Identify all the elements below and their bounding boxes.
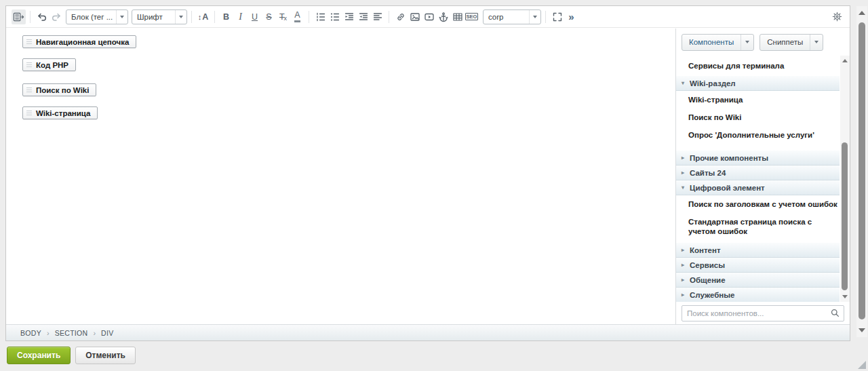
tag-path-bar: BODY › SECTION › DIV [6,324,850,340]
underline-button[interactable]: U [248,9,262,24]
redo-button[interactable] [49,9,63,24]
indent-button[interactable] [342,9,356,24]
component-category-services[interactable]: ▸ Сервисы [676,258,840,273]
seo-icon: SEO [465,13,479,21]
redo-icon [51,12,62,22]
editor-settings-button[interactable] [830,9,844,24]
text-color-button[interactable]: A [290,9,304,24]
font-select-value: Шрифт [132,13,175,21]
caret-down-icon: ▾ [680,80,686,86]
component-block-label: Навигационная цепочка [36,38,129,46]
insert-anchor-button[interactable] [436,9,450,24]
block-tag-select[interactable]: Блок (тег ... [66,9,128,24]
component-list-item[interactable]: Wiki-страница [676,91,840,109]
caret-right-icon: ▸ [680,247,686,253]
window-scrollbar [856,6,867,337]
fullscreen-button[interactable] [550,9,564,24]
chevron-down-icon[interactable] [810,35,823,50]
seo-tools-button[interactable]: SEO [465,9,479,24]
italic-icon: I [239,12,242,22]
chevron-down-icon [116,10,127,24]
chevron-down-icon [529,10,540,24]
tab-components[interactable]: Компоненты [682,34,754,51]
component-list-item[interactable]: Сервисы для терминала [676,56,840,76]
component-category-communication[interactable]: ▸ Общение [676,273,840,288]
font-select[interactable]: Шрифт [132,9,187,24]
component-category-sites24[interactable]: ▸ Сайты 24 [676,165,840,180]
insert-table-button[interactable] [450,9,465,24]
component-search-input[interactable] [682,305,844,321]
image-icon [410,12,420,22]
strikethrough-icon: S [266,12,271,22]
more-tools-button[interactable]: » [564,9,578,24]
align-left-icon [372,12,383,22]
video-icon [424,12,435,22]
site-template-select-value: corp [484,13,529,21]
tagpath-body[interactable]: BODY [17,329,45,337]
cancel-button[interactable]: Отменить [75,347,136,364]
strikethrough-button[interactable]: S [262,9,276,24]
component-category-wiki[interactable]: ▾ Wiki-раздел [676,76,840,91]
scroll-down-arrow[interactable] [859,328,865,332]
components-panel-toggle-button[interactable] [12,9,26,24]
drag-handle-icon [26,62,32,68]
component-category-utility[interactable]: ▸ Служебные [676,288,840,302]
tagpath-separator-icon: › [93,329,96,337]
component-category-content[interactable]: ▸ Контент [676,243,840,258]
component-block-php-code[interactable]: Код PHP [22,58,76,71]
component-block-label: Код PHP [36,61,68,69]
outdent-icon [358,12,369,22]
caret-right-icon: ▸ [680,292,686,298]
component-search-row [676,302,850,324]
component-list-item[interactable]: Поиск по Wiki [676,109,840,126]
gear-icon [832,12,842,22]
toolbar-separator [389,11,389,23]
scroll-up-arrow[interactable] [859,11,865,15]
block-tag-select-value: Блок (тег ... [66,13,116,21]
bold-button[interactable]: B [219,9,233,24]
component-block-wiki-page[interactable]: Wiki-страница [22,106,98,119]
bullet-list-icon [330,12,340,22]
component-category-digital[interactable]: ▾ Цифровой элемент [676,180,840,195]
ordered-list-icon [315,12,326,22]
html-editor-frame: Блок (тег ... Шрифт ↕A B I U S Tx A [5,5,850,341]
site-template-select[interactable]: corp [483,9,541,24]
outdent-button[interactable] [356,9,370,24]
italic-button[interactable]: I [233,9,248,24]
editor-canvas[interactable]: Навигационная цепочка Код PHP Поиск по W… [6,28,675,324]
scroll-up-arrow[interactable] [842,59,848,62]
bullet-list-button[interactable] [328,9,342,24]
scrollbar-thumb[interactable] [842,142,848,290]
component-block-wiki-search[interactable]: Поиск по Wiki [22,83,96,96]
toolbar-separator [214,11,215,23]
scroll-down-arrow[interactable] [842,295,848,298]
insert-video-button[interactable] [422,9,436,24]
align-button[interactable] [370,9,384,24]
component-block-breadcrumb[interactable]: Навигационная цепочка [22,35,136,48]
bold-icon: B [223,12,229,22]
caret-right-icon: ▸ [680,262,686,268]
resize-grip[interactable] [858,361,866,369]
component-list-scrollbar [840,56,850,302]
component-list-item[interactable]: Поиск по заголовкам с учетом ошибок [676,195,840,213]
tab-snippets[interactable]: Сниппеты [760,34,823,51]
tagpath-separator-icon: › [47,329,50,337]
insert-image-button[interactable] [408,9,422,24]
search-icon [830,308,840,318]
save-button[interactable]: Сохранить [7,347,71,364]
components-sidebar: Компоненты Сниппеты Сервисы для терминал… [675,28,850,324]
font-size-button[interactable]: ↕A [196,9,210,24]
ordered-list-button[interactable] [313,9,328,24]
component-list-item[interactable]: Стандартная страница поиска с учетом оши… [676,213,840,243]
tagpath-section[interactable]: SECTION [52,329,92,337]
underline-icon: U [252,12,258,22]
tagpath-div[interactable]: DIV [98,329,117,337]
undo-button[interactable] [35,9,49,24]
clear-format-button[interactable]: Tx [276,9,290,24]
caret-right-icon: ▸ [680,170,686,176]
component-list-item[interactable]: Опрос 'Дополнительные услуги' [676,126,840,151]
component-category-other[interactable]: ▸ Прочие компоненты [676,151,840,165]
chevron-down-icon[interactable] [741,35,753,50]
scrollbar-thumb[interactable] [859,22,865,319]
insert-link-button[interactable] [393,9,408,24]
